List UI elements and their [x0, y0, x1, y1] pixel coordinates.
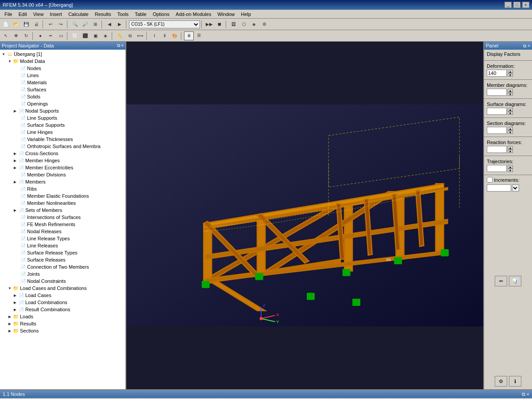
print-btn[interactable]: 🖨: [31, 20, 41, 29]
menu-tools[interactable]: Tools: [114, 10, 131, 18]
react-up[interactable]: ▲: [508, 146, 513, 149]
tree-load-combinations[interactable]: ▶ 📄 Load Combinations: [0, 299, 125, 306]
menu-help[interactable]: Help: [239, 10, 254, 18]
nav-close-btn[interactable]: ×: [121, 43, 124, 48]
tree-ribs[interactable]: 📄 Ribs: [0, 185, 125, 192]
tree-mem-elastic[interactable]: 📄 Member Elastic Foundations: [0, 192, 125, 200]
combo-selector[interactable]: CO15 - SK (LF1): [129, 20, 200, 28]
tree-nodes[interactable]: 📄 Nodes: [0, 65, 125, 72]
tree-materials[interactable]: 📄 Materials: [0, 79, 125, 86]
maximize-btn[interactable]: □: [513, 2, 520, 8]
trajectories-input[interactable]: [487, 165, 507, 172]
tree-nodal-constraints[interactable]: 📄 Nodal Constraints: [0, 278, 125, 285]
save-btn[interactable]: 💾: [21, 20, 31, 29]
react-down[interactable]: ▼: [508, 149, 513, 153]
panel-chart-btn[interactable]: 📊: [509, 276, 521, 286]
node-btn[interactable]: ●: [35, 31, 45, 40]
menu-edit[interactable]: Edit: [16, 10, 30, 18]
traj-down[interactable]: ▼: [508, 168, 513, 172]
open-btn[interactable]: 📂: [11, 20, 21, 29]
mem-diag-up[interactable]: ▲: [508, 89, 513, 92]
nav-header-controls[interactable]: ⧉ ×: [117, 43, 124, 48]
section-diagrams-input[interactable]: [487, 127, 507, 134]
minimize-btn[interactable]: _: [505, 2, 512, 8]
mem-ecc-expander[interactable]: ▶: [12, 165, 18, 170]
zoom-in-btn[interactable]: 🔍: [70, 20, 80, 29]
table-close-btn[interactable]: ×: [527, 391, 529, 397]
tree-result-combinations[interactable]: ▶ 📄 Result Combinations: [0, 306, 125, 313]
menu-calculate[interactable]: Calculate: [66, 10, 91, 18]
lo-comb-expander[interactable]: ▶: [12, 300, 18, 305]
move-btn[interactable]: ✥: [11, 31, 21, 40]
tree-member-divisions[interactable]: 📄 Member Divisions: [0, 171, 125, 178]
tree-line-supports[interactable]: 📄 Line Supports: [0, 114, 125, 121]
cross-sec-expander[interactable]: ▶: [12, 151, 18, 156]
table-header-controls[interactable]: ⧉ ×: [522, 391, 529, 397]
reaction-forces-spinner[interactable]: ▲ ▼: [508, 146, 513, 153]
copy-btn[interactable]: ⧉: [125, 31, 135, 40]
mirror-btn[interactable]: ⟺: [135, 31, 145, 40]
menu-addon[interactable]: Add-on Modules: [173, 10, 214, 18]
settings-btn[interactable]: ⚙: [259, 20, 269, 29]
nodal-sup-expander[interactable]: ▶: [12, 108, 18, 113]
tree-intersections[interactable]: 📄 Intersections of Surfaces: [0, 214, 125, 221]
members-expander[interactable]: ▶: [12, 179, 18, 184]
tree-model-data[interactable]: ▼ 📁 Model Data: [0, 58, 125, 65]
surf-diag-up[interactable]: ▲: [508, 108, 513, 111]
tree-joints[interactable]: 📄 Joints: [0, 270, 125, 278]
tree-sets-members[interactable]: ▶ 📄 Sets of Members: [0, 207, 125, 214]
member-diagrams-input[interactable]: [487, 89, 507, 96]
tree-loads[interactable]: ▶ 📁 Loads: [0, 313, 125, 320]
menu-file[interactable]: File: [2, 10, 15, 18]
tree-fe-mesh[interactable]: 📄 FE Mesh Refinements: [0, 221, 125, 228]
menu-results[interactable]: Results: [92, 10, 114, 18]
view-front[interactable]: ⬜: [70, 31, 80, 40]
mem-diag-down[interactable]: ▼: [508, 92, 513, 96]
num-display-btn[interactable]: Ⅰ: [149, 31, 159, 40]
surf-diag-down[interactable]: ▼: [508, 111, 513, 115]
stop-btn[interactable]: ⏹: [215, 20, 224, 29]
tree-results[interactable]: ▶ 📁 Results: [0, 320, 125, 327]
tree-nodal-supports[interactable]: ▶ 📄 Nodal Supports: [0, 107, 125, 114]
panel-float-btn[interactable]: ⧉: [523, 43, 526, 48]
tree-line-releases[interactable]: 📄 Line Releases: [0, 242, 125, 249]
deformation-input[interactable]: [487, 70, 507, 77]
shade-btn[interactable]: ◈: [249, 20, 259, 29]
zoom-all-btn[interactable]: ⊞: [90, 20, 100, 29]
mem-hinges-expander[interactable]: ▶: [12, 158, 18, 163]
panel-settings-btn[interactable]: ⚙: [495, 376, 507, 387]
tree-member-hinges[interactable]: ▶ 📄 Member Hinges: [0, 157, 125, 164]
deformation-up[interactable]: ▲: [508, 70, 513, 73]
tree-load-cases-folder[interactable]: ▼ 📁 Load Cases and Combinations: [0, 285, 125, 292]
close-btn[interactable]: ×: [522, 2, 529, 8]
tree-line-hinges[interactable]: 📄 Line Hinges: [0, 129, 125, 136]
tree-member-eccentricities[interactable]: ▶ 📄 Member Eccentricities: [0, 164, 125, 171]
sections-expander[interactable]: ▶: [7, 328, 12, 333]
model-expander[interactable]: ▼: [7, 59, 12, 64]
wire-btn[interactable]: ⬡: [239, 20, 249, 29]
line-btn[interactable]: ━: [46, 31, 55, 40]
next-btn[interactable]: ▶: [115, 20, 125, 29]
sets-expander[interactable]: ▶: [12, 207, 18, 213]
tree-root[interactable]: ▼ 🗂 Übergang [1]: [0, 51, 125, 58]
undo-btn[interactable]: ↩: [46, 20, 55, 29]
tree-lines[interactable]: 📄 Lines: [0, 72, 125, 79]
tree-mem-nonlin[interactable]: 📄 Member Nonlinearities: [0, 200, 125, 207]
tree-nodal-releases[interactable]: 📄 Nodal Releases: [0, 228, 125, 235]
tree-surfaces[interactable]: 📄 Surfaces: [0, 86, 125, 93]
select-btn[interactable]: ↖: [1, 31, 11, 40]
tree-orthotropic[interactable]: 📄 Orthotropic Surfaces and Membra: [0, 143, 125, 150]
view-side[interactable]: ⬛: [80, 31, 90, 40]
menu-window[interactable]: Window: [215, 10, 237, 18]
surface-diagrams-spinner[interactable]: ▲ ▼: [508, 108, 513, 115]
root-expander[interactable]: ▼: [1, 51, 6, 57]
tree-solids[interactable]: 📄 Solids: [0, 93, 125, 100]
table-float-btn[interactable]: ⧉: [522, 391, 525, 397]
tree-variable-thickness[interactable]: 📄 Variable Thicknesses: [0, 136, 125, 143]
view-3d[interactable]: ◈: [101, 31, 110, 40]
increments-input[interactable]: [487, 184, 511, 192]
load-display-btn[interactable]: Ⅲ: [184, 31, 194, 40]
tree-load-cases[interactable]: ▶ 📄 Load Cases: [0, 292, 125, 299]
panel-header-controls[interactable]: ⧉ ×: [523, 43, 530, 49]
menu-options[interactable]: Options: [150, 10, 172, 18]
